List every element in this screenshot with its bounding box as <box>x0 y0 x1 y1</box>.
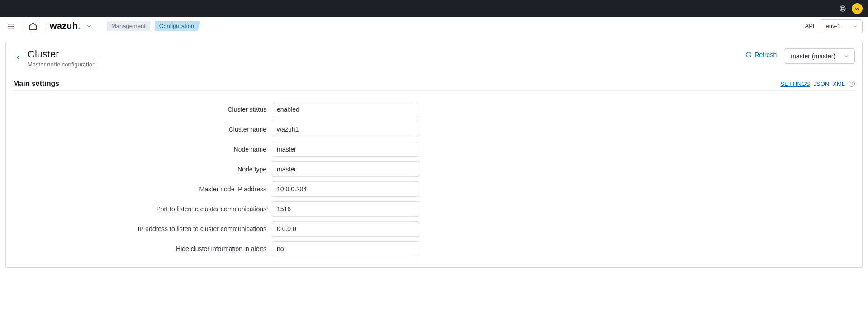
settings-form: Cluster status Cluster name Node name No… <box>13 102 855 256</box>
env-select-value: env-1 <box>825 23 840 29</box>
titles: Cluster Master node configuration <box>28 48 95 68</box>
label-master-ip: Master node IP address <box>13 185 266 193</box>
logo-dropdown-icon[interactable] <box>85 22 93 30</box>
row-node-type: Node type <box>13 161 855 177</box>
svg-line-5 <box>844 9 845 11</box>
input-node-name[interactable] <box>272 142 419 157</box>
label-hide-alerts: Hide cluster information in alerts <box>13 245 266 252</box>
separator <box>22 21 22 31</box>
node-select[interactable]: master (master) <box>785 48 855 64</box>
help-icon[interactable]: ? <box>849 81 855 87</box>
back-button[interactable] <box>13 50 23 65</box>
main-panel: Cluster Master node configuration Refres… <box>5 41 863 268</box>
avatar[interactable]: w <box>852 3 863 14</box>
header-nav: wazuh. Management Configuration API env-… <box>0 17 868 35</box>
chevron-down-icon <box>844 53 849 59</box>
input-hide-alerts[interactable] <box>272 241 419 256</box>
input-cluster-name[interactable] <box>272 122 419 137</box>
separator <box>44 21 44 31</box>
page-title: Cluster <box>28 48 95 60</box>
row-hide-alerts: Hide cluster information in alerts <box>13 241 855 256</box>
row-node-name: Node name <box>13 142 855 157</box>
svg-line-3 <box>844 6 845 8</box>
svg-point-1 <box>841 7 844 9</box>
row-cluster-name: Cluster name <box>13 122 855 137</box>
svg-line-4 <box>840 9 842 11</box>
home-icon[interactable] <box>28 21 38 32</box>
view-xml-link[interactable]: XML <box>833 81 845 87</box>
label-node-name: Node name <box>13 146 266 153</box>
label-node-type: Node type <box>13 166 266 173</box>
input-master-ip[interactable] <box>272 181 419 197</box>
view-settings-link[interactable]: SETTINGS <box>781 81 810 87</box>
breadcrumb-management[interactable]: Management <box>107 21 150 31</box>
label-cluster-status: Cluster status <box>13 106 266 113</box>
row-port: Port to listen to cluster communications <box>13 201 855 217</box>
input-listen-ip[interactable] <box>272 221 419 237</box>
logo-dot: . <box>78 21 81 31</box>
svg-line-2 <box>840 6 842 8</box>
lifebuoy-icon[interactable] <box>839 5 846 12</box>
logo-text: wazuh <box>50 21 78 31</box>
top-bar: w <box>0 0 868 17</box>
section-title: Main settings <box>13 80 59 88</box>
chevron-down-icon <box>852 24 858 29</box>
logo[interactable]: wazuh. <box>50 21 81 31</box>
input-port[interactable] <box>272 201 419 217</box>
breadcrumb-configuration[interactable]: Configuration <box>155 21 200 31</box>
section-header: Main settings SETTINGS JSON XML ? <box>13 80 855 91</box>
refresh-icon <box>745 52 752 58</box>
input-node-type[interactable] <box>272 161 419 177</box>
node-select-value: master (master) <box>791 52 835 60</box>
view-switch: SETTINGS JSON XML ? <box>781 81 855 87</box>
row-master-ip: Master node IP address <box>13 181 855 197</box>
env-select[interactable]: env-1 <box>821 19 863 33</box>
label-port: Port to listen to cluster communications <box>13 205 266 213</box>
refresh-button[interactable]: Refresh <box>742 48 780 61</box>
menu-icon[interactable] <box>5 21 16 32</box>
input-cluster-status[interactable] <box>272 102 419 117</box>
page-subtitle: Master node configuration <box>28 61 95 68</box>
label-cluster-name: Cluster name <box>13 126 266 133</box>
refresh-label: Refresh <box>754 51 777 58</box>
label-listen-ip: IP address to listen to cluster communic… <box>13 225 266 232</box>
row-listen-ip: IP address to listen to cluster communic… <box>13 221 855 237</box>
api-label: API <box>805 23 815 29</box>
panel-header: Cluster Master node configuration Refres… <box>13 48 855 68</box>
row-cluster-status: Cluster status <box>13 102 855 117</box>
view-json-link[interactable]: JSON <box>814 81 830 87</box>
